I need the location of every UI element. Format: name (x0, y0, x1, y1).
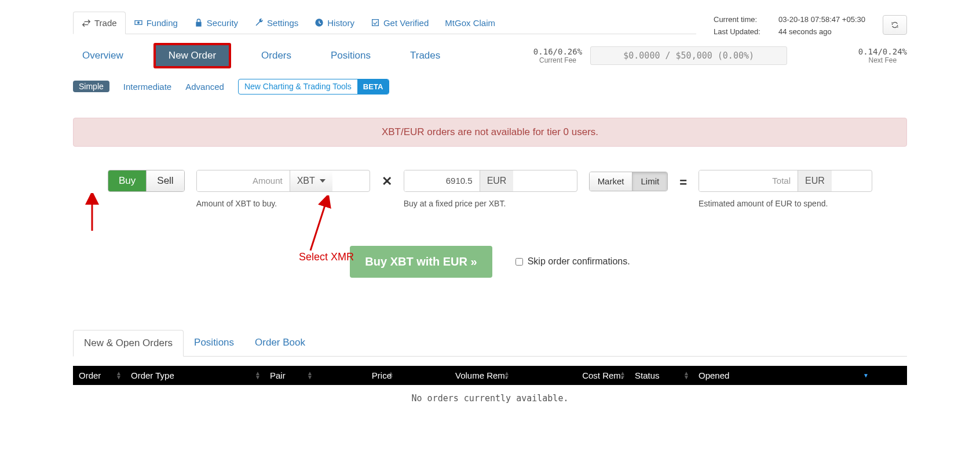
col-vol-rem[interactable]: Volume Rem.▲▼ (397, 366, 513, 385)
tab-get-verified[interactable]: Get Verified (363, 12, 437, 34)
tab-mtgox[interactable]: MtGox Claim (437, 12, 503, 34)
order-type-limit[interactable]: Limit (632, 172, 667, 191)
lock-icon (194, 18, 203, 27)
sort-icon: ▲▼ (116, 371, 122, 379)
sort-icon-active: ▼ (863, 373, 869, 377)
buy-button[interactable]: Buy (108, 170, 146, 191)
skip-confirmations-label[interactable]: Skip order confirmations. (515, 256, 630, 267)
next-fee-label: Next Fee (858, 56, 907, 64)
wrench-icon (254, 18, 264, 27)
buy-sell-toggle: Buy Sell (108, 170, 185, 192)
annotation-arrow-buy (83, 193, 101, 234)
amount-help: Amount of XBT to buy. (196, 199, 370, 208)
beta-tools-label: New Charting & Trading Tools (239, 80, 357, 93)
multiply-icon: ✕ (382, 174, 392, 204)
sort-icon: ▲▼ (307, 371, 313, 379)
clock-block: Current time: 03-20-18 07:58:47 +05:30 L… (696, 12, 871, 38)
price-input[interactable] (404, 170, 480, 191)
bottom-tab-positions[interactable]: Positions (184, 330, 244, 356)
col-opened[interactable]: Opened▼ (693, 366, 872, 385)
col-order[interactable]: Order▲▼ (73, 366, 125, 385)
order-type-market[interactable]: Market (590, 172, 632, 191)
tab-funding[interactable]: Funding (126, 12, 186, 34)
money-icon (134, 18, 143, 27)
annotation-text-select-xmr: Select XMR (299, 251, 354, 263)
tab-mtgox-label: MtGox Claim (445, 18, 495, 28)
tab-security[interactable]: Security (186, 12, 246, 34)
tab-security-label: Security (207, 18, 238, 28)
col-price[interactable]: Price▲▼ (316, 366, 397, 385)
annotation-arrow-dropdown (305, 195, 334, 253)
sort-icon: ▲▼ (683, 371, 689, 379)
sort-icon: ▲▼ (388, 371, 394, 379)
sort-icon: ▲▼ (620, 371, 626, 379)
sort-icon: ▲▼ (504, 371, 510, 379)
current-fee-label: Current Fee (533, 56, 582, 64)
total-help: Estimated amount of EUR to spend. (699, 199, 872, 208)
transfer-icon (82, 19, 91, 28)
amount-currency-label: XBT (297, 176, 315, 186)
table-row-empty: No orders currently available. (73, 385, 907, 412)
order-type-toggle: Market Limit (589, 172, 668, 191)
last-updated-value: 44 seconds ago (778, 26, 832, 38)
submit-order-button[interactable]: Buy XBT with EUR » (350, 246, 492, 278)
current-fee-value: 0.16/0.26% (533, 47, 582, 56)
tab-history-label: History (327, 18, 354, 28)
total-input[interactable] (699, 170, 798, 191)
col-actions (872, 366, 907, 385)
skip-confirmations-text: Skip order confirmations. (528, 256, 630, 267)
tab-verified-label: Get Verified (383, 18, 429, 28)
clock-icon (315, 18, 324, 27)
subtab-orders[interactable]: Orders (252, 44, 301, 67)
caret-down-icon (320, 179, 326, 183)
price-help: Buy at a fixed price per XBT. (404, 199, 577, 208)
check-square-icon (371, 18, 380, 27)
svg-line-1 (310, 200, 327, 250)
subtab-new-order[interactable]: New Order (153, 43, 231, 68)
beta-tag: BETA (357, 79, 389, 94)
mode-simple[interactable]: Simple (73, 81, 109, 92)
tab-settings[interactable]: Settings (246, 12, 306, 34)
refresh-icon (890, 20, 899, 30)
skip-confirmations-checkbox[interactable] (515, 258, 523, 266)
subtab-overview[interactable]: Overview (73, 44, 133, 67)
col-order-type[interactable]: Order Type▲▼ (125, 366, 264, 385)
amount-input[interactable] (197, 170, 290, 191)
sort-icon: ▲▼ (255, 371, 261, 379)
tab-trade[interactable]: Trade (73, 12, 126, 34)
tier-alert: XBT/EUR orders are not available for tie… (73, 118, 907, 147)
current-time-value: 03-20-18 07:58:47 +05:30 (778, 14, 865, 26)
bottom-tab-new-open[interactable]: New & Open Orders (73, 330, 184, 357)
tab-trade-label: Trade (94, 18, 117, 28)
amount-currency-dropdown[interactable]: XBT (290, 170, 332, 191)
subtab-trades[interactable]: Trades (401, 44, 449, 67)
col-cost-rem[interactable]: Cost Rem.▲▼ (513, 366, 629, 385)
subtab-positions[interactable]: Positions (321, 44, 380, 67)
refresh-button[interactable] (883, 15, 907, 35)
col-pair[interactable]: Pair▲▼ (264, 366, 316, 385)
current-fee-block: 0.16/0.26% Current Fee (533, 47, 582, 64)
mode-intermediate[interactable]: Intermediate (123, 82, 171, 92)
volume-progress: $0.0000 / $50,000 (0.00%) (590, 46, 787, 65)
bottom-tab-order-book[interactable]: Order Book (244, 330, 316, 356)
next-fee-value: 0.14/0.24% (858, 47, 907, 56)
col-status[interactable]: Status▲▼ (629, 366, 693, 385)
last-updated-label: Last Updated: (714, 26, 771, 38)
sell-button[interactable]: Sell (146, 170, 184, 191)
price-currency-label: EUR (480, 170, 514, 191)
mode-advanced[interactable]: Advanced (185, 82, 224, 92)
tab-funding-label: Funding (147, 18, 178, 28)
beta-tools-link[interactable]: New Charting & Trading Tools BETA (238, 79, 389, 95)
equals-icon: = (679, 173, 687, 205)
tab-history[interactable]: History (306, 12, 363, 34)
orders-table: Order▲▼ Order Type▲▼ Pair▲▼ Price▲▼ Volu… (73, 366, 907, 412)
tab-settings-label: Settings (267, 18, 298, 28)
total-currency-label: EUR (798, 170, 832, 191)
current-time-label: Current time: (714, 14, 771, 26)
empty-message: No orders currently available. (73, 385, 907, 412)
next-fee-block: 0.14/0.24% Next Fee (858, 47, 907, 64)
